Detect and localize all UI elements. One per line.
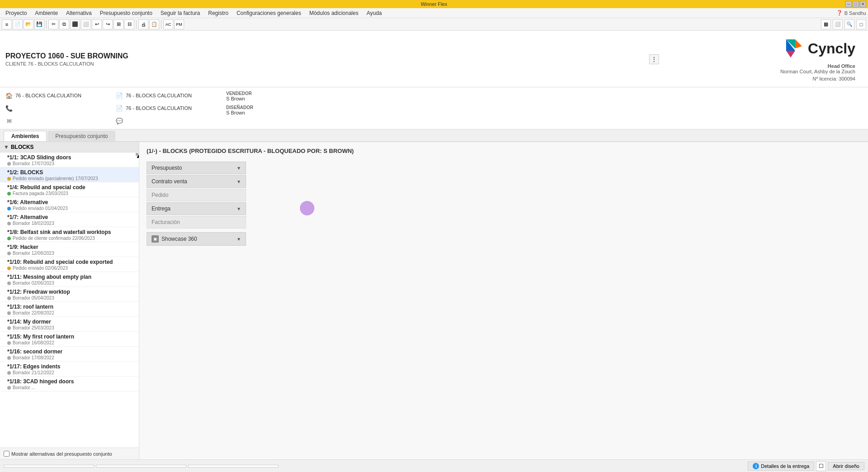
tab-ambientes[interactable]: Ambientes: [4, 131, 47, 141]
sidebar-item-9-subtitle: Borrador 02/06/2023: [7, 281, 135, 286]
menu-ayuda[interactable]: Ayuda: [363, 9, 385, 17]
sidebar-item-10[interactable]: *1/12: Freedraw worktop Borrador 05/04/2…: [0, 287, 139, 302]
disenador-label: DISEÑADOR: [226, 105, 317, 110]
sidebar-item-7[interactable]: *1/9: Hacker Borrador 12/08/2023: [0, 242, 139, 257]
sidebar-item-4-subtitle: Pedido enviado 01/04/2023: [7, 206, 135, 211]
sidebar-item-16-subtitle: Borrador ...: [7, 385, 135, 390]
status-dot-12: [7, 326, 11, 330]
show-alternatives-checkbox[interactable]: [4, 451, 9, 457]
sidebar-item-13[interactable]: *1/15: My first roof lantern Borrador 16…: [0, 332, 139, 347]
menu-proyecto[interactable]: Proyecto: [2, 9, 30, 17]
scroll-up-btn[interactable]: ▲: [136, 153, 138, 156]
open-design-button[interactable]: Abrir diseño: [828, 462, 864, 470]
tab-presupuesto[interactable]: Presupuesto conjunto: [47, 131, 115, 141]
toolbar-btn-r1[interactable]: □: [856, 19, 866, 29]
main-container: PROYECTO 1060 - SUE BROWNING CLIENTE 76 …: [0, 31, 868, 472]
info-phone-row: 📞: [5, 104, 114, 113]
sidebar-item-16[interactable]: *1/18: 3CAD hinged doors Borrador ...: [0, 377, 139, 391]
toolbar-btn-5[interactable]: ⬛: [70, 19, 80, 29]
sidebar-item-4[interactable]: *1/6: Alternative Pedido enviado 01/04/2…: [0, 197, 139, 212]
sidebar-item-11-date: Borrador 22/08/2022: [13, 310, 54, 315]
status-card-entrega[interactable]: Entrega ▼: [147, 202, 246, 215]
sidebar-item-2[interactable]: *1/2: BLOCKS Pedido enviado (parcialment…: [0, 167, 139, 182]
sidebar-item-13-date: Borrador 16/08/2022: [13, 340, 54, 345]
toolbar-btn-10[interactable]: ⊟: [124, 19, 134, 29]
menu-seguir-factura[interactable]: Seguir la factura: [157, 9, 204, 17]
showcase-card[interactable]: ▣ Showcase 360 ▼: [147, 232, 246, 246]
toolbar-btn-save[interactable]: 💾: [34, 19, 44, 29]
sidebar-item-6[interactable]: *1/8: Belfast sink and waterfall worktop…: [0, 227, 139, 242]
toolbar-btn-1[interactable]: ≡: [2, 19, 12, 29]
sidebar-item-12-title: *1/14: My dormer: [7, 319, 135, 325]
status-card-presupuesto[interactable]: Presupuesto ▼: [147, 162, 246, 174]
toolbar-btn-pm[interactable]: PM: [174, 19, 184, 29]
toolbar-btn-ac[interactable]: AC: [163, 19, 173, 29]
sidebar-item-5[interactable]: *1/7: Alternative Borrador 18/02/2023: [0, 212, 139, 227]
sidebar-item-9[interactable]: *1/11: Messing about empty plan Borrador…: [0, 272, 139, 287]
bottom-status-2: [96, 465, 186, 467]
cursor-indicator: [300, 201, 314, 215]
sidebar-item-13-title: *1/15: My first roof lantern: [7, 334, 135, 340]
menu-alternativa[interactable]: Alternativa: [62, 9, 95, 17]
project-title: PROYECTO 1060 - SUE BROWNING: [5, 52, 645, 60]
toolbar-btn-new[interactable]: 📄: [13, 19, 23, 29]
sidebar-item-14[interactable]: *1/16: second dormer Borrador 17/08/2022: [0, 347, 139, 362]
toolbar-btn-print[interactable]: 🖨: [138, 19, 148, 29]
sidebar-collapse-icon[interactable]: ▼: [4, 144, 9, 150]
menu-registro[interactable]: Registro: [204, 9, 232, 17]
show-alternatives-checkbox-label[interactable]: Mostrar alternativas del presupuesto con…: [4, 451, 135, 457]
sidebar-item-12-date: Borrador 25/03/2023: [13, 325, 54, 330]
toolbar-btn-9[interactable]: ⊞: [114, 19, 123, 29]
sidebar-item-1[interactable]: *1/1: 3CAD Sliding doors Borrador 17/07/…: [0, 153, 139, 167]
content-area: ▼ BLOCKS ▲ *1/1: 3CAD Sliding doors Borr…: [0, 142, 868, 459]
sidebar-scroll[interactable]: *1/1: 3CAD Sliding doors Borrador 17/07/…: [0, 153, 139, 448]
delivery-details-button[interactable]: ℹ Detalles de la entrega: [748, 462, 814, 471]
info-home-row: 🏠 76 - BLOCKS CALCULATION: [5, 91, 114, 100]
toolbar-btn-zoom[interactable]: 🔍: [844, 19, 854, 29]
sidebar-item-3[interactable]: *1/4: Rebuild and special code Factura p…: [0, 182, 139, 197]
toolbar-btn-cut[interactable]: ✂: [48, 19, 58, 29]
company-address: Norman Court, Ashby de la Zouch: [780, 69, 855, 74]
checkbox-btn[interactable]: ☐: [816, 461, 826, 471]
toolbar-btn-6[interactable]: ⬜: [81, 19, 91, 29]
doc-icon-2: 📄: [116, 105, 123, 112]
sidebar-item-16-date: Borrador ...: [13, 385, 35, 390]
more-options-button[interactable]: ⋮: [649, 54, 659, 64]
status-card-contrato[interactable]: Contrato venta ▼: [147, 175, 246, 188]
status-dot-6: [7, 237, 11, 240]
toolbar-btn-grid[interactable]: ▦: [821, 19, 831, 29]
sidebar-item-12-subtitle: Borrador 25/03/2023: [7, 325, 135, 330]
head-office-label: Head Office: [828, 63, 855, 69]
sidebar-item-8[interactable]: *1/10: Rebuild and special code exported…: [0, 257, 139, 272]
toolbar-btn-7[interactable]: ↩: [92, 19, 102, 29]
sidebar-item-11[interactable]: *1/13: roof lantern Borrador 22/08/2022: [0, 302, 139, 317]
menu-configuraciones[interactable]: Configuraciones generales: [233, 9, 305, 17]
maximize-button[interactable]: □: [853, 1, 859, 7]
menu-modulos[interactable]: Módulos adicionales: [306, 9, 362, 17]
toolbar-btn-open[interactable]: 📂: [24, 19, 33, 29]
main-panel-title: (1/-) - BLOCKS (PROTEGIDO ESCRITURA - BL…: [147, 148, 861, 154]
close-button[interactable]: ✕: [860, 1, 866, 7]
title-bar: Winner Flex ─ □ ✕: [0, 0, 868, 8]
sidebar-item-12[interactable]: *1/14: My dormer Borrador 25/03/2023: [0, 317, 139, 332]
toolbar-btn-copy[interactable]: ⧉: [59, 19, 69, 29]
sidebar-item-7-date: Borrador 12/08/2023: [13, 251, 54, 256]
sidebar-item-15[interactable]: *1/17: Edges indents Borrador 21/12/2022: [0, 362, 139, 377]
menu-presupuesto-conjunto[interactable]: Presupuesto conjunto: [96, 9, 156, 17]
menu-ambiente[interactable]: Ambiente: [31, 9, 62, 17]
status-dot-5: [7, 222, 11, 225]
status-card-pedido: Pedido: [147, 189, 246, 201]
bottom-bar: ℹ Detalles de la entrega ☐ Abrir diseño: [0, 459, 868, 472]
sidebar-item-1-date: Borrador 17/07/2023: [13, 161, 54, 166]
minimize-button[interactable]: ─: [845, 1, 852, 7]
project-header-left: PROYECTO 1060 - SUE BROWNING CLIENTE 76 …: [5, 52, 645, 67]
sidebar-item-4-date: Pedido enviado 01/04/2023: [13, 206, 68, 211]
info-home-text: 76 - BLOCKS CALCULATION: [15, 93, 81, 98]
showcase-icon: ▣: [152, 235, 159, 243]
info-left: 🏠 76 - BLOCKS CALCULATION 📞 ✉ 📄 76 - BLO…: [0, 87, 868, 129]
sidebar-item-3-title: *1/4: Rebuild and special code: [7, 184, 135, 191]
toolbar-btn-print2[interactable]: 📋: [149, 19, 159, 29]
info-doc-text-2: 76 - BLOCKS CALCULATION: [126, 105, 192, 111]
toolbar-btn-8[interactable]: ↪: [103, 19, 113, 29]
toolbar-btn-window[interactable]: ⬜: [833, 19, 843, 29]
